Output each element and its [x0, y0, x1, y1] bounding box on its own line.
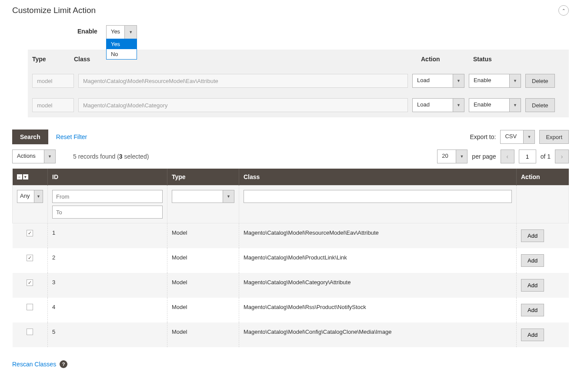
chevron-down-icon: ▼: [523, 130, 534, 143]
grid-header-id[interactable]: ID: [48, 169, 167, 186]
chevron-right-icon: ›: [561, 153, 563, 160]
row-checkbox[interactable]: [27, 279, 33, 286]
prev-page-button[interactable]: ‹: [501, 149, 514, 163]
chevron-down-icon: ▼: [34, 190, 43, 203]
config-row-class: [78, 98, 408, 112]
row-id: 3: [48, 273, 167, 298]
chevron-down-icon: ▾: [23, 174, 28, 179]
chevron-down-icon: ▼: [223, 190, 234, 203]
row-checkbox[interactable]: [27, 329, 33, 335]
config-status-select[interactable]: Enable ▼: [469, 98, 521, 112]
help-icon[interactable]: ?: [60, 360, 67, 368]
config-header-type: Type: [32, 56, 74, 63]
rescan-classes-link[interactable]: Rescan Classes: [12, 361, 56, 368]
search-button[interactable]: Search: [12, 130, 48, 144]
config-action-value: Load: [413, 74, 453, 87]
config-status-select[interactable]: Enable ▼: [469, 74, 521, 88]
next-page-button[interactable]: ›: [555, 149, 569, 163]
config-row-type: [32, 98, 74, 112]
page-number-input[interactable]: [519, 149, 536, 163]
select-all-toggle[interactable]: – ▾: [17, 174, 43, 179]
config-action-select[interactable]: Load ▼: [412, 74, 464, 88]
collapse-toggle[interactable]: ⌃: [558, 5, 569, 16]
add-button[interactable]: Add: [521, 279, 544, 292]
grid-header-class[interactable]: Class: [239, 169, 517, 186]
delete-button[interactable]: Delete: [525, 74, 555, 88]
config-status-value: Enable: [469, 74, 509, 87]
grid-header-type[interactable]: Type: [167, 169, 239, 186]
config-header-action: Action: [421, 56, 473, 63]
chevron-up-icon: ⌃: [562, 8, 565, 13]
row-type: Model: [167, 273, 239, 298]
table-row[interactable]: 3ModelMagento\Catalog\Model\Category\Att…: [13, 273, 569, 298]
per-page-label: per page: [472, 153, 496, 160]
row-id: 1: [48, 223, 167, 249]
row-checkbox[interactable]: [27, 255, 33, 261]
export-button[interactable]: Export: [539, 130, 569, 144]
row-class: Magento\Catalog\Model\ResourceModel\Eav\…: [239, 223, 517, 249]
config-status-value: Enable: [469, 99, 509, 112]
export-to-label: Export to:: [470, 133, 496, 140]
config-row-type: [32, 74, 74, 88]
chevron-down-icon: ▼: [453, 74, 464, 87]
table-row[interactable]: 5ModelMagento\Catalog\Model\Config\Catal…: [13, 322, 569, 347]
row-class: Magento\Catalog\Model\Rss\Product\Notify…: [239, 298, 517, 322]
table-row[interactable]: 1ModelMagento\Catalog\Model\ResourceMode…: [13, 223, 569, 249]
page-size-select[interactable]: 20 ▼: [437, 149, 467, 163]
table-row[interactable]: 2ModelMagento\Catalog\Model\ProductLink\…: [13, 248, 569, 273]
grid-header-action: Action: [517, 169, 569, 186]
config-header-status: Status: [473, 56, 525, 63]
bulk-actions-value: Actions: [13, 150, 44, 163]
row-id: 5: [48, 322, 167, 347]
add-button[interactable]: Add: [521, 329, 544, 341]
row-type: Model: [167, 298, 239, 322]
config-row-class: [78, 74, 408, 88]
records-grid: – ▾ ID Type Class Action Any ▼: [12, 169, 569, 347]
enable-dropdown-list: Yes No: [106, 39, 137, 60]
chevron-left-icon: ‹: [506, 153, 508, 160]
row-checkbox[interactable]: [27, 304, 33, 310]
export-format-value: CSV: [501, 130, 523, 143]
chevron-down-icon: ▼: [44, 150, 55, 163]
row-type: Model: [167, 223, 239, 249]
section-title: Customize Limit Action: [12, 6, 96, 15]
enable-option-yes[interactable]: Yes: [107, 39, 137, 49]
export-format-select[interactable]: CSV ▼: [500, 130, 535, 144]
add-button[interactable]: Add: [521, 229, 544, 242]
row-class: Magento\Catalog\Model\ProductLink\Link: [239, 248, 517, 273]
filter-any-select[interactable]: Any ▼: [17, 190, 43, 203]
filter-id-from[interactable]: [52, 190, 163, 203]
chevron-down-icon: ▼: [453, 99, 464, 112]
enable-label: Enable: [77, 28, 97, 35]
chevron-down-icon: ▼: [456, 150, 467, 163]
row-id: 4: [48, 298, 167, 322]
records-found-text: 5 records found (3 selected): [73, 153, 149, 160]
row-type: Model: [167, 322, 239, 347]
filter-class-input[interactable]: [244, 190, 512, 203]
page-of-label: of 1: [541, 153, 551, 160]
enable-option-no[interactable]: No: [107, 49, 137, 59]
row-class: Magento\Catalog\Model\Category\Attribute: [239, 273, 517, 298]
enable-select-value: Yes: [107, 26, 124, 39]
dash-icon: –: [17, 174, 22, 179]
chevron-down-icon: ▼: [509, 99, 521, 112]
config-action-select[interactable]: Load ▼: [412, 98, 464, 112]
delete-button[interactable]: Delete: [525, 98, 555, 112]
reset-filter-link[interactable]: Reset Filter: [56, 133, 87, 140]
chevron-down-icon: ▼: [124, 26, 137, 39]
bulk-actions-select[interactable]: Actions ▼: [12, 149, 56, 163]
config-action-value: Load: [413, 99, 453, 112]
filter-id-to[interactable]: [52, 206, 163, 219]
filter-type-select[interactable]: ▼: [172, 190, 234, 203]
chevron-down-icon: ▼: [509, 74, 521, 87]
add-button[interactable]: Add: [521, 304, 544, 316]
row-type: Model: [167, 248, 239, 273]
row-checkbox[interactable]: [27, 230, 33, 236]
row-id: 2: [48, 248, 167, 273]
enable-select[interactable]: Yes ▼: [106, 25, 137, 39]
add-button[interactable]: Add: [521, 254, 544, 267]
row-class: Magento\Catalog\Model\Config\CatalogClon…: [239, 322, 517, 347]
filter-any-value: Any: [17, 190, 34, 203]
table-row[interactable]: 4ModelMagento\Catalog\Model\Rss\Product\…: [13, 298, 569, 322]
page-size-value: 20: [437, 150, 456, 163]
